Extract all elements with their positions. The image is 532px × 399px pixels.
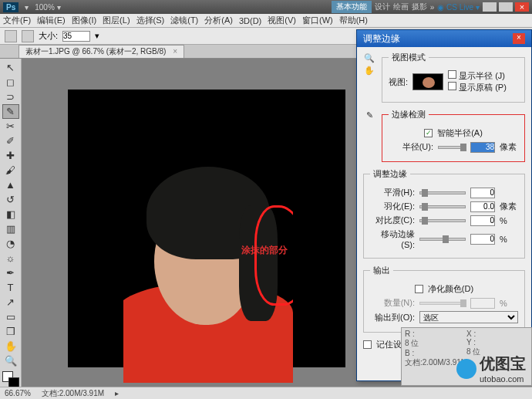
move-tool[interactable]: ↖ bbox=[2, 60, 19, 75]
smart-radius-checkbox[interactable]: ✓ bbox=[424, 129, 433, 137]
stamp-tool[interactable]: ▲ bbox=[2, 178, 19, 192]
shift-input[interactable] bbox=[470, 234, 495, 245]
menu-filter[interactable]: 滤镜(T) bbox=[170, 15, 198, 26]
lasso-tool[interactable]: ⊃ bbox=[2, 90, 19, 104]
3d-tool[interactable]: ❒ bbox=[2, 324, 19, 339]
remember-checkbox[interactable] bbox=[363, 340, 372, 349]
view-mode-legend: 视图模式 bbox=[389, 52, 429, 63]
refine-brush-icon[interactable]: ✎ bbox=[363, 109, 375, 121]
contrast-slider[interactable] bbox=[419, 219, 466, 222]
menu-3d[interactable]: 3D(D) bbox=[239, 16, 261, 25]
amount-slider bbox=[419, 302, 466, 305]
smooth-slider[interactable] bbox=[419, 191, 466, 194]
status-arrow-icon[interactable]: ▸ bbox=[115, 389, 119, 397]
view-label: 视图: bbox=[389, 76, 408, 88]
watermark-domain: utobao.com bbox=[480, 374, 526, 384]
annotation-text: 涂抹的部分 bbox=[241, 244, 288, 257]
purify-label: 净化颜色(D) bbox=[428, 283, 473, 295]
workspace-primary-btn[interactable]: 基本功能 bbox=[332, 1, 372, 13]
workspace-item-3[interactable]: 摄影 bbox=[412, 2, 427, 12]
eraser-tool[interactable]: ◧ bbox=[2, 207, 19, 221]
contrast-input[interactable] bbox=[470, 215, 495, 226]
edge-detect-legend: 边缘检测 bbox=[389, 109, 429, 120]
hand-tool[interactable]: ✋ bbox=[2, 339, 19, 353]
watermark-text: 优图宝 bbox=[480, 353, 526, 374]
type-tool[interactable]: T bbox=[2, 280, 19, 295]
menu-window[interactable]: 窗口(W) bbox=[302, 15, 333, 26]
size-input[interactable] bbox=[62, 31, 90, 42]
menu-file[interactable]: 文件(F) bbox=[3, 15, 31, 26]
quick-select-tool[interactable]: ✎ bbox=[2, 104, 19, 119]
status-zoom[interactable]: 66.67% bbox=[5, 389, 31, 397]
show-original-label: 显示原稿 (P) bbox=[459, 83, 507, 92]
healing-tool[interactable]: ✚ bbox=[2, 148, 19, 163]
menu-help[interactable]: 帮助(H) bbox=[339, 15, 368, 26]
workspace-item-2[interactable]: 绘画 bbox=[393, 2, 409, 12]
menu-edit[interactable]: 编辑(E) bbox=[37, 15, 66, 26]
menu-layer[interactable]: 图层(L) bbox=[103, 15, 130, 26]
workspace-more[interactable]: » bbox=[430, 3, 435, 12]
adjust-edge-legend: 调整边缘 bbox=[370, 168, 410, 180]
app-zoom[interactable]: 100% ▾ bbox=[35, 3, 60, 12]
radius-input[interactable] bbox=[470, 142, 495, 153]
main-menubar: 文件(F) 编辑(E) 图像(I) 图层(L) 选择(S) 滤镜(T) 分析(A… bbox=[0, 14, 532, 28]
app-logo: Ps bbox=[3, 2, 19, 12]
pen-tool[interactable]: ✒ bbox=[2, 265, 19, 280]
dialog-titlebar[interactable]: 调整边缘 × bbox=[357, 30, 531, 47]
show-original-checkbox[interactable] bbox=[448, 82, 456, 90]
purify-checkbox[interactable] bbox=[415, 285, 423, 293]
tool-preset-icon[interactable] bbox=[5, 30, 17, 42]
info-bits1: 8 位 bbox=[405, 338, 466, 349]
app-dropdown-1[interactable]: ▾ bbox=[25, 3, 29, 12]
radius-slider[interactable] bbox=[438, 146, 466, 149]
amount-input bbox=[470, 298, 495, 309]
dialog-close-button[interactable]: × bbox=[513, 33, 525, 44]
feather-unit: 像素 bbox=[500, 201, 518, 212]
window-minimize-button[interactable]: — bbox=[483, 2, 497, 12]
menu-image[interactable]: 图像(I) bbox=[72, 15, 96, 26]
window-maximize-button[interactable]: □ bbox=[499, 2, 513, 12]
menu-select[interactable]: 选择(S) bbox=[136, 15, 165, 26]
brush-tool[interactable]: 🖌 bbox=[2, 163, 19, 178]
crop-tool[interactable]: ✂ bbox=[2, 119, 19, 134]
view-mode-group: 视图模式 视图: 显示半径 (J) 显示原稿 (P) bbox=[382, 52, 525, 103]
eyedropper-tool[interactable]: ✐ bbox=[2, 134, 19, 148]
cslive-button[interactable]: ◉ CS Live ▾ bbox=[437, 3, 480, 12]
menu-analysis[interactable]: 分析(A) bbox=[204, 15, 233, 26]
dodge-tool[interactable]: ☼ bbox=[2, 251, 19, 265]
history-brush-tool[interactable]: ↺ bbox=[2, 192, 19, 207]
document-canvas[interactable]: 涂抹的部分 bbox=[68, 90, 345, 367]
gradient-tool[interactable]: ▥ bbox=[2, 221, 19, 236]
adjust-edge-group: 调整边缘 平滑(H): 羽化(E): 像素 对比度(C): % 移动边缘(S): bbox=[363, 168, 525, 259]
feather-slider[interactable] bbox=[419, 205, 466, 208]
smooth-input[interactable] bbox=[470, 188, 495, 198]
size-dropdown-icon[interactable]: ▾ bbox=[95, 31, 99, 41]
show-radius-checkbox[interactable] bbox=[448, 70, 456, 79]
shape-tool[interactable]: ▭ bbox=[2, 309, 19, 324]
output-to-label: 输出到(O): bbox=[370, 312, 415, 323]
shift-label: 移动边缘(S): bbox=[370, 228, 415, 249]
smart-radius-label: 智能半径(A) bbox=[437, 127, 483, 139]
info-r: R : bbox=[405, 330, 466, 338]
view-thumbnail[interactable] bbox=[412, 73, 443, 90]
blur-tool[interactable]: ◔ bbox=[2, 236, 19, 251]
amount-unit: % bbox=[500, 299, 518, 308]
hand-tool-icon[interactable]: ✋ bbox=[363, 64, 375, 76]
shift-slider[interactable] bbox=[419, 238, 466, 241]
photo-layer bbox=[123, 159, 293, 383]
document-tab-close-icon[interactable]: × bbox=[173, 47, 177, 56]
marquee-tool[interactable]: ◻ bbox=[2, 75, 19, 90]
zoom-tool[interactable]: 🔍 bbox=[2, 353, 19, 368]
output-to-select[interactable]: 选区 bbox=[419, 311, 518, 323]
menu-view[interactable]: 视图(V) bbox=[268, 15, 296, 26]
window-close-button[interactable]: × bbox=[515, 2, 529, 12]
zoom-tool-icon[interactable]: 🔍 bbox=[363, 52, 375, 64]
dialog-title: 调整边缘 bbox=[363, 32, 400, 46]
workspace-item-1[interactable]: 设计 bbox=[375, 2, 390, 12]
edge-detect-group: 边缘检测 ✓ 智能半径(A) 半径(U): 像素 bbox=[382, 109, 525, 162]
path-select-tool[interactable]: ↗ bbox=[2, 295, 19, 309]
feather-input[interactable] bbox=[470, 201, 495, 212]
brush-preset-icon[interactable] bbox=[22, 30, 34, 42]
color-swatches[interactable] bbox=[2, 371, 19, 388]
document-tab[interactable]: 素材一1.JPG @ 66.7% (素材一2, RGB/8) × bbox=[19, 45, 184, 58]
